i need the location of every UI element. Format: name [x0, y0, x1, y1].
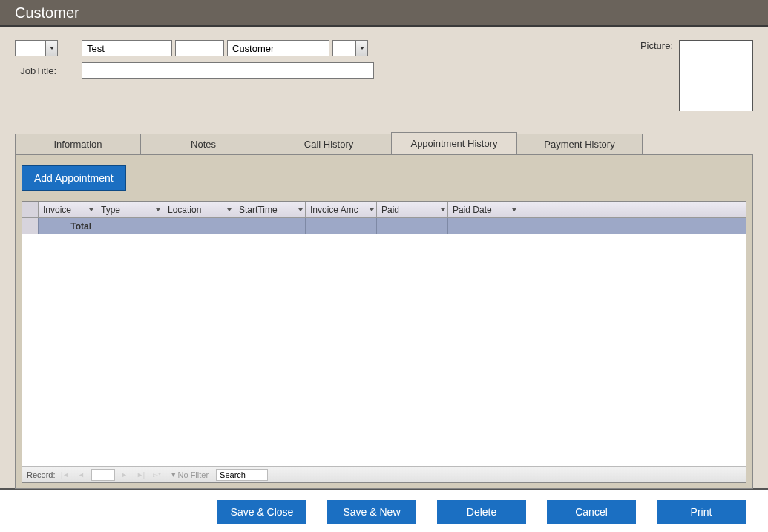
record-navigator: Record: |◄ ◄ ► ►| ▻* ▾ No Filter [22, 466, 746, 482]
col-location[interactable]: Location [163, 202, 234, 217]
chevron-down-icon[interactable] [441, 208, 445, 211]
col-paid[interactable]: Paid [377, 202, 448, 217]
row-selector[interactable] [22, 218, 39, 234]
chevron-down-icon[interactable] [370, 208, 374, 211]
save-close-button[interactable]: Save & Close [217, 500, 306, 524]
suffix-combo[interactable] [332, 40, 368, 56]
grid-header: Invoice Type Location StartTime Invoice … [22, 202, 746, 218]
picture-frame[interactable] [679, 40, 753, 111]
chevron-down-icon[interactable] [89, 208, 93, 211]
grid-total-row: Total [22, 218, 746, 234]
save-new-button[interactable]: Save & New [327, 500, 416, 524]
picture-label: Picture: [640, 40, 673, 51]
nav-new-icon[interactable]: ▻* [151, 469, 164, 481]
job-title-field[interactable] [82, 62, 374, 79]
record-number-field[interactable] [91, 469, 115, 481]
filter-icon: ▾ [171, 470, 176, 479]
tab-strip: Information Notes Call History Appointme… [15, 134, 753, 155]
print-button[interactable]: Print [657, 500, 746, 524]
total-label: Total [39, 218, 96, 234]
col-starttime[interactable]: StartTime [234, 202, 306, 217]
col-paid-date[interactable]: Paid Date [448, 202, 519, 217]
nav-last-icon[interactable]: ►| [134, 469, 148, 481]
grid-search-input[interactable] [216, 469, 268, 481]
tab-information[interactable]: Information [15, 134, 141, 154]
chevron-down-icon[interactable] [355, 41, 367, 56]
tab-call-history[interactable]: Call History [266, 134, 392, 154]
appointments-grid[interactable]: Invoice Type Location StartTime Invoice … [22, 201, 746, 483]
chevron-down-icon[interactable] [512, 208, 516, 211]
chevron-down-icon[interactable] [298, 208, 303, 211]
form-title-bar: Customer [0, 0, 768, 27]
tab-payment-history[interactable]: Payment History [516, 134, 643, 154]
nav-prev-icon[interactable]: ◄ [75, 469, 88, 481]
cancel-button[interactable]: Cancel [547, 500, 636, 524]
add-appointment-button[interactable]: Add Appointment [22, 165, 126, 191]
chevron-down-icon[interactable] [156, 208, 160, 211]
tab-appointment-history[interactable]: Appointment History [391, 132, 517, 154]
appointment-history-panel: Add Appointment Invoice Type Location St… [15, 155, 753, 489]
middle-name-field[interactable] [175, 40, 224, 56]
customer-form: JobTitle: Picture: Information Notes Cal… [0, 27, 768, 488]
nav-first-icon[interactable]: |◄ [59, 469, 72, 481]
form-footer: Save & Close Save & New Delete Cancel Pr… [0, 488, 768, 532]
tab-notes[interactable]: Notes [140, 134, 266, 154]
row-selector-header[interactable] [22, 202, 39, 217]
col-type[interactable]: Type [96, 202, 163, 217]
delete-button[interactable]: Delete [437, 500, 526, 524]
col-invoice-amt[interactable]: Invoice Amc [306, 202, 377, 217]
chevron-down-icon[interactable] [45, 41, 57, 56]
col-invoice[interactable]: Invoice [39, 202, 96, 217]
job-title-label: JobTitle: [15, 65, 61, 76]
grid-body[interactable] [22, 234, 746, 466]
nav-next-icon[interactable]: ► [118, 469, 131, 481]
name-fields-row: JobTitle: Picture: [15, 40, 753, 111]
first-name-field[interactable] [82, 40, 172, 56]
no-filter-indicator[interactable]: ▾ No Filter [171, 470, 209, 479]
chevron-down-icon[interactable] [227, 208, 232, 211]
record-label: Record: [27, 470, 56, 479]
last-name-field[interactable] [227, 40, 329, 56]
prefix-combo[interactable] [15, 40, 58, 56]
form-title: Customer [15, 4, 79, 22]
